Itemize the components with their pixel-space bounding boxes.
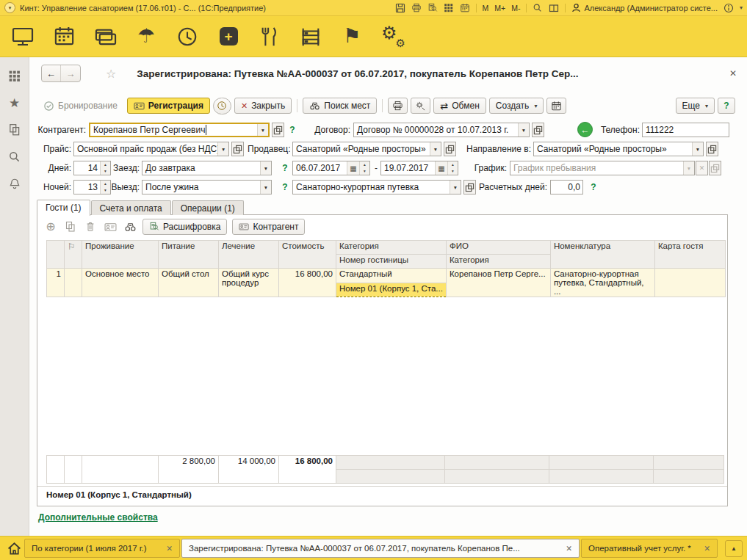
phone-field[interactable]: 111222 (642, 123, 729, 137)
print-preview-icon[interactable] (427, 3, 438, 13)
schedule-open-button[interactable] (709, 161, 721, 175)
contract-field[interactable]: Договор № 00000028 от 10.07.2013 г. ▾ (353, 123, 530, 137)
schedule-clock-icon[interactable] (175, 24, 200, 49)
history-clock-button[interactable] (213, 98, 231, 114)
contragent-help-icon[interactable]: ? (287, 123, 297, 137)
taskbar-tab-operational[interactable]: Оперативный учет услуг. * ✕ (581, 539, 718, 558)
create-button[interactable]: Создать ▾ (489, 98, 544, 114)
booking-calendar-icon[interactable] (51, 24, 76, 49)
find-places-button[interactable]: Поиск мест (303, 98, 377, 114)
tab-bills[interactable]: Счета и оплата (91, 200, 171, 215)
help-button[interactable]: ? (718, 98, 735, 114)
accommodation-icon[interactable] (298, 24, 323, 49)
taskbar-expand-button[interactable]: ▲ (725, 540, 743, 557)
calc-days-field[interactable]: 0,0 (550, 180, 583, 194)
registration-button[interactable]: Регистрация (127, 98, 210, 114)
close-icon[interactable]: ✕ (566, 544, 572, 553)
checkout-help-icon[interactable]: ? (280, 180, 290, 194)
calc-days-help-icon[interactable]: ? (588, 180, 599, 194)
favorites-star-icon[interactable]: ★ (7, 95, 23, 111)
fio-cell[interactable]: Корепанов Петр Серге... (446, 269, 550, 297)
checkout-field[interactable]: После ужина ▾ (142, 180, 272, 194)
close-icon[interactable]: ✕ (729, 68, 737, 79)
add-row-icon[interactable]: ⊕ (43, 219, 58, 234)
tab-operations[interactable]: Операции (1) (172, 200, 244, 215)
nomenclature-cell[interactable]: Санаторно-курортная путевка, Стандартный… (550, 269, 654, 297)
date-from-field[interactable]: 06.07.2017 ▦ ▴▾ (292, 161, 370, 175)
direction-dropdown-button[interactable]: ▾ (692, 142, 703, 156)
voucher-type-field[interactable]: Санаторно-курортная путевка ▾ (292, 180, 461, 194)
contragent-button[interactable]: Контрагент (232, 219, 305, 235)
find-binoculars-icon[interactable] (123, 219, 137, 234)
guests-table[interactable]: ⚐ Проживание Питание Лечение Стоимость К… (46, 240, 726, 297)
calendar-clock-icon[interactable] (460, 3, 470, 13)
current-user[interactable]: Александр (Администратор систе... (571, 3, 718, 12)
category-cell[interactable]: Стандартный (336, 269, 447, 283)
checkin-dropdown-button[interactable]: ▾ (260, 161, 271, 175)
voucher-type-open-button[interactable] (463, 180, 476, 194)
date-to-field[interactable]: 19.07.2017 ▦ ▴▾ (380, 161, 458, 175)
contract-dropdown-button[interactable]: ▾ (518, 123, 529, 137)
checkin-help-icon[interactable]: ? (280, 161, 290, 175)
history-icon[interactable] (7, 122, 23, 138)
guest-badge-icon[interactable] (103, 219, 118, 234)
back-button[interactable]: ← (42, 65, 61, 81)
settings-gears-icon[interactable]: ⚙⚙ (380, 24, 405, 49)
checkout-dropdown-button[interactable]: ▾ (260, 181, 271, 194)
schedule-field[interactable]: График пребывания ▾ (510, 161, 695, 175)
flag-icon[interactable]: ⚑ (339, 24, 364, 49)
price-dropdown-button[interactable]: ▾ (217, 142, 228, 156)
tab-guests[interactable]: Гости (1) (37, 200, 90, 216)
sections-menu-icon[interactable] (7, 68, 23, 84)
exchange-button[interactable]: ⇄ Обмен (433, 98, 486, 114)
system-menu-icon[interactable]: ▾ (4, 2, 15, 13)
price-open-button[interactable] (231, 142, 244, 156)
seller-field[interactable]: Санаторий «Родные просторы» ▾ (292, 142, 441, 156)
more-button[interactable]: Еще ▾ (676, 98, 715, 114)
favorite-star-icon[interactable]: ☆ (106, 67, 116, 81)
close-icon[interactable]: ✕ (166, 544, 173, 553)
schedule-dropdown-button[interactable]: ▾ (683, 161, 694, 175)
accommodation-cell[interactable]: Основное место (82, 269, 159, 297)
add-voucher-icon[interactable]: + (216, 24, 241, 49)
additional-properties-link[interactable]: Дополнительные свойства (38, 512, 158, 523)
contragent-field[interactable]: Корепанов Петр Сергеевич ▾ (89, 123, 270, 137)
date-from-calendar-icon[interactable]: ▦ (347, 161, 359, 175)
date-from-spin-buttons[interactable]: ▴▾ (359, 161, 369, 175)
info-icon[interactable] (723, 3, 734, 13)
print-button[interactable] (388, 98, 408, 114)
table-row[interactable]: 1 Основное место Общий стол Общий курс п… (47, 269, 726, 283)
food-service-icon[interactable] (257, 24, 282, 49)
checkin-field[interactable]: До завтрака ▾ (142, 161, 272, 175)
treatment-cell[interactable]: Общий курс процедур (219, 269, 279, 297)
chevron-down-icon[interactable]: ▾ (740, 4, 743, 11)
booking-button[interactable]: Бронирование (37, 98, 124, 114)
notifications-bell-icon[interactable] (7, 176, 23, 192)
resort-umbrella-icon[interactable]: ☂ (134, 24, 159, 49)
contract-open-button[interactable] (532, 123, 544, 137)
return-back-button[interactable]: ← (577, 122, 593, 137)
taskbar-tab-categories[interactable]: По категории (1 июля 2017 г.) ✕ (24, 539, 180, 558)
price-field[interactable]: Основной прайс продаж (без НДС) ▾ (73, 142, 229, 156)
meals-cell[interactable]: Общий стол (159, 269, 219, 297)
seller-dropdown-button[interactable]: ▾ (430, 142, 441, 156)
save-icon[interactable] (395, 3, 405, 13)
memory-plus-button[interactable]: M+ (494, 4, 505, 12)
row-number-cell[interactable]: 1 (47, 269, 65, 297)
close-document-button[interactable]: ✕ Закрыть (234, 98, 292, 114)
guest-card-cell[interactable] (654, 269, 725, 297)
flag-cell[interactable] (65, 269, 82, 297)
search-icon[interactable] (7, 149, 23, 165)
forward-button[interactable]: → (61, 65, 80, 81)
contragent-open-button[interactable] (272, 123, 284, 137)
contragent-dropdown-button[interactable]: ▾ (257, 124, 268, 136)
home-icon[interactable] (7, 541, 22, 556)
voucher-type-dropdown-button[interactable]: ▾ (450, 181, 461, 194)
memory-minus-button[interactable]: M- (511, 4, 520, 12)
desktop-icon[interactable] (10, 24, 35, 49)
copy-row-icon[interactable] (63, 219, 78, 234)
seller-open-button[interactable] (444, 142, 456, 156)
memory-button[interactable]: M (483, 4, 489, 12)
zoom-icon[interactable] (533, 3, 543, 13)
cost-cell[interactable]: 16 800,00 (279, 269, 336, 297)
